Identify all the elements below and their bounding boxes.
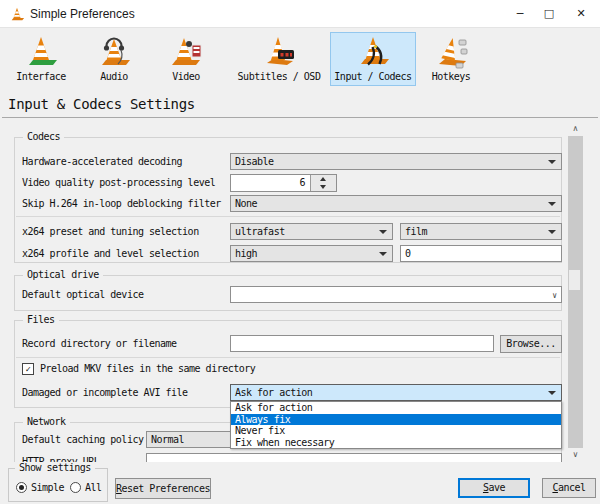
- simple-radio-label: Simple: [31, 480, 64, 496]
- spin-down-icon: [320, 185, 326, 189]
- simple-radio[interactable]: [16, 482, 27, 493]
- spin-up-icon: [320, 177, 326, 181]
- hw-decoding-value: Disable: [235, 156, 274, 167]
- deblocking-filter-label: Skip H.264 in-loop deblocking filter: [22, 196, 221, 212]
- caching-policy-value: Normal: [151, 434, 184, 445]
- dropdown-option-always-fix[interactable]: Always fix: [231, 414, 561, 426]
- deblocking-filter-combo[interactable]: None: [230, 195, 562, 212]
- x264-tuning-combo[interactable]: film: [400, 223, 562, 240]
- spinner-buttons[interactable]: [310, 175, 336, 191]
- toolbar-label: Subtitles / OSD: [238, 71, 321, 82]
- heading-rule: [2, 117, 598, 118]
- combo-arrow-icon: [548, 202, 556, 206]
- caching-policy-label: Default caching policy: [22, 432, 143, 448]
- preload-mkv-label: Preload MKV files in the same directory: [40, 361, 255, 377]
- scrollbar-track[interactable]: [568, 136, 583, 448]
- settings-scroll-area: Codecs Hardware-accelerated decoding Dis…: [0, 122, 566, 462]
- show-settings-legend: Show settings: [15, 462, 95, 473]
- scrollbar-thumb[interactable]: [569, 270, 580, 290]
- x264-profile-value: high: [235, 248, 257, 259]
- x264-preset-value: ultrafast: [235, 226, 285, 237]
- save-button[interactable]: Save: [458, 478, 530, 498]
- damaged-avi-combo[interactable]: Ask for action: [230, 384, 562, 401]
- x264-level-input[interactable]: [400, 245, 562, 262]
- toolbar-label: Interface: [16, 71, 66, 82]
- toolbar-label: Hotkeys: [432, 71, 471, 82]
- toolbar-label: Input / Codecs: [334, 71, 411, 82]
- combo-arrow-icon: [379, 252, 387, 256]
- preferences-window: Simple Preferences ─ □ ✕ Interface: [0, 0, 600, 504]
- combo-arrow-icon: [548, 230, 556, 234]
- x264-preset-combo[interactable]: ultrafast: [230, 223, 393, 240]
- x264-profile-combo[interactable]: high: [230, 245, 393, 262]
- toolbar-label: Video: [172, 71, 200, 82]
- toolbar-item-hotkeys[interactable]: Hotkeys: [418, 32, 484, 86]
- hw-decoding-combo[interactable]: Disable: [230, 153, 562, 170]
- combo-arrow-icon: [548, 160, 556, 164]
- hotkeys-icon: [433, 33, 469, 69]
- scroll-down-icon[interactable]: ∨: [567, 448, 584, 462]
- dropdown-option-ask-for-action[interactable]: Ask for action: [231, 402, 561, 414]
- browse-button[interactable]: Browse...: [500, 335, 562, 353]
- x264-tuning-value: film: [405, 226, 427, 237]
- codecs-separator: [16, 216, 560, 217]
- http-proxy-input[interactable]: [146, 453, 562, 462]
- toolbar-item-audio[interactable]: Audio: [80, 32, 148, 86]
- preferences-toolbar: Interface Audio: [0, 28, 600, 90]
- deblocking-filter-value: None: [235, 198, 257, 209]
- dropdown-option-never-fix[interactable]: Never fix: [231, 425, 561, 437]
- optical-drive-legend: Optical drive: [23, 269, 103, 280]
- window-title: Simple Preferences: [30, 7, 135, 21]
- quality-level-label: Video quality post-processing level: [22, 175, 215, 191]
- quality-level-value: 6: [231, 175, 309, 191]
- record-directory-label: Record directory or filename: [22, 336, 177, 352]
- optical-device-combo[interactable]: ∨: [230, 286, 562, 303]
- hw-decoding-label: Hardware-accelerated decoding: [22, 154, 182, 170]
- damaged-avi-label: Damaged or incomplete AVI file: [22, 385, 188, 401]
- scroll-up-icon[interactable]: ∧: [567, 122, 584, 136]
- files-legend: Files: [23, 314, 59, 325]
- checkmark-icon: ✓: [26, 364, 31, 374]
- record-directory-input[interactable]: [230, 335, 494, 352]
- network-legend: Network: [23, 416, 70, 427]
- vlc-cone-icon: [9, 6, 25, 22]
- video-icon: [168, 33, 204, 69]
- combo-arrow-icon: [379, 230, 387, 234]
- maximize-button[interactable]: □: [532, 0, 566, 28]
- avi-dropdown-list: Ask for action Always fix Never fix Fix …: [230, 401, 562, 449]
- reset-preferences-button[interactable]: Reset Preferences: [115, 478, 211, 499]
- subtitles-osd-icon: [261, 33, 297, 69]
- toolbar-item-video[interactable]: Video: [150, 32, 222, 86]
- toolbar-item-interface[interactable]: Interface: [2, 32, 80, 86]
- audio-icon: [96, 33, 132, 69]
- x264-profile-label: x264 profile and level selection: [22, 246, 199, 262]
- http-proxy-label: HTTP proxy URL: [22, 454, 99, 462]
- toolbar-item-input-codecs[interactable]: Input / Codecs: [330, 32, 416, 86]
- all-radio[interactable]: [70, 482, 81, 493]
- input-codecs-icon: [355, 33, 391, 69]
- damaged-avi-value: Ask for action: [235, 387, 312, 398]
- preload-mkv-checkbox[interactable]: ✓: [22, 363, 34, 375]
- optical-device-label: Default optical device: [22, 287, 143, 303]
- codecs-legend: Codecs: [23, 131, 64, 142]
- title-bar: Simple Preferences ─ □ ✕: [0, 0, 600, 28]
- x264-preset-label: x264 preset and tuning selection: [22, 224, 199, 240]
- interface-icon: [23, 33, 59, 69]
- combo-chevron-icon: ∨: [552, 288, 557, 303]
- vertical-scrollbar[interactable]: ∧ ∨: [567, 122, 584, 462]
- files-separator: [16, 357, 560, 358]
- all-radio-label: All: [85, 480, 102, 496]
- page-title: Input & Codecs Settings: [8, 96, 195, 112]
- toolbar-label: Audio: [100, 71, 128, 82]
- dropdown-option-fix-when-necessary[interactable]: Fix when necessary: [231, 437, 561, 449]
- toolbar-item-subtitles-osd[interactable]: Subtitles / OSD: [230, 32, 328, 86]
- cancel-button[interactable]: Cancel: [542, 478, 596, 498]
- combo-arrow-icon: [548, 391, 556, 395]
- quality-level-stepper[interactable]: 6: [230, 174, 337, 192]
- close-button[interactable]: ✕: [564, 0, 598, 28]
